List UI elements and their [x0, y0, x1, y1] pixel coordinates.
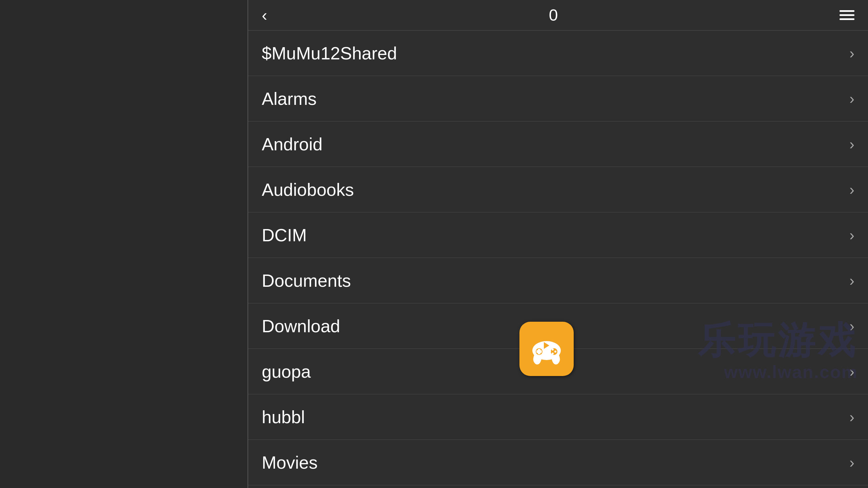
file-browser-panel: ‹ 0 $MuMu12Shared › Alarms › Android › A…	[248, 0, 868, 488]
file-name: $MuMu12Shared	[262, 43, 397, 63]
gamepad-icon	[530, 332, 564, 366]
file-name: Download	[262, 316, 340, 336]
file-name: Audiobooks	[262, 180, 354, 200]
menu-line-1	[840, 10, 854, 12]
watermark-cn-text: 乐玩游戏	[698, 322, 858, 359]
menu-line-2	[840, 14, 854, 16]
chevron-right-icon: ›	[849, 45, 854, 62]
list-item[interactable]: $MuMu12Shared ›	[248, 31, 868, 76]
file-name: Documents	[262, 270, 351, 291]
back-button[interactable]: ‹	[262, 7, 267, 23]
list-item[interactable]: Documents ›	[248, 258, 868, 303]
list-item[interactable]: hubbl ›	[248, 394, 868, 440]
menu-line-3	[840, 18, 854, 20]
file-name: Alarms	[262, 89, 317, 109]
chevron-right-icon: ›	[849, 272, 854, 289]
chevron-right-icon: ›	[849, 136, 854, 153]
file-name: Movies	[262, 452, 318, 473]
file-name: DCIM	[262, 225, 307, 245]
svg-point-5	[552, 349, 554, 351]
svg-point-6	[554, 351, 556, 353]
file-list: $MuMu12Shared › Alarms › Android › Audio…	[248, 31, 868, 485]
chevron-right-icon: ›	[849, 409, 854, 426]
chevron-right-icon: ›	[849, 454, 854, 471]
svg-point-7	[552, 353, 554, 355]
header-bar: ‹ 0	[248, 0, 868, 31]
svg-rect-4	[536, 350, 542, 353]
watermark-url-text: www.lwan.com	[724, 362, 858, 382]
list-item[interactable]: Alarms ›	[248, 76, 868, 121]
list-item[interactable]: Audiobooks ›	[248, 167, 868, 212]
svg-point-8	[549, 351, 551, 353]
file-name: Android	[262, 134, 322, 154]
left-panel	[0, 0, 248, 488]
list-item[interactable]: Android ›	[248, 121, 868, 167]
chevron-right-icon: ›	[849, 181, 854, 198]
file-name: hubbl	[262, 407, 305, 427]
item-count: 0	[549, 6, 558, 24]
list-item[interactable]: Movies ›	[248, 440, 868, 485]
chevron-right-icon: ›	[849, 227, 854, 244]
list-item[interactable]: DCIM ›	[248, 212, 868, 258]
game-app-icon	[519, 322, 574, 376]
menu-button[interactable]	[840, 10, 854, 20]
chevron-right-icon: ›	[849, 90, 854, 107]
file-name: guopa	[262, 361, 311, 382]
